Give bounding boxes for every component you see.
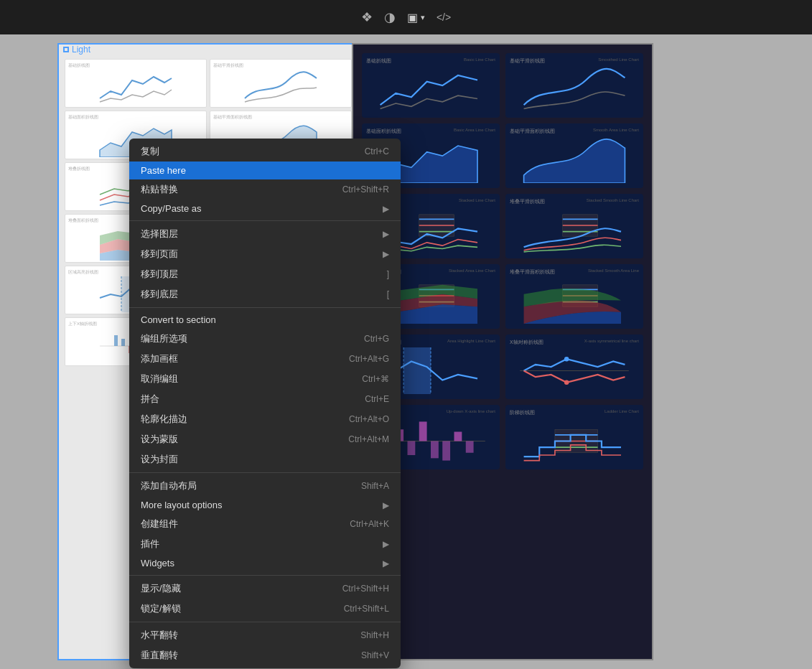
submenu-arrow: ▶ xyxy=(383,249,389,259)
menu-item-set-cover[interactable]: 设为封面 xyxy=(129,449,401,469)
menu-item-label: 锁定/解锁 xyxy=(141,602,181,615)
svg-point-23 xyxy=(564,380,569,385)
svg-rect-28 xyxy=(419,421,427,441)
menu-item-shortcut: Ctrl+Alt+O xyxy=(349,414,389,424)
menu-item-convert-section[interactable]: Convert to section xyxy=(129,311,401,329)
menu-item-label: 添加画框 xyxy=(141,352,178,365)
menu-item-shortcut: Ctrl+C xyxy=(365,146,389,156)
menu-item-label: 插件 xyxy=(141,538,159,551)
menu-item-label: Widgets xyxy=(141,558,174,569)
menu-item-label: 粘贴替换 xyxy=(141,183,178,196)
svg-rect-27 xyxy=(408,441,416,456)
menu-item-copy-paste-as[interactable]: Copy/Paste as ▶ xyxy=(129,200,401,217)
menu-item-label: 添加自动布局 xyxy=(141,479,197,492)
menu-item-shortcut: [ xyxy=(387,289,389,299)
menu-item-set-master[interactable]: 设为蒙版 Ctrl+Alt+M xyxy=(129,429,401,449)
menu-item-paste-here[interactable]: Paste here xyxy=(129,162,401,179)
menu-item-label: 设为蒙版 xyxy=(141,433,178,446)
light-label-container: Light xyxy=(63,45,90,55)
menu-item-label: 移到页面 xyxy=(141,248,178,261)
dark-chart-stacked-smooth-area: 堆叠平滑面积折线图 Stacked Smooth Area Line xyxy=(505,264,643,329)
menu-item-add-frame[interactable]: 添加画框 Ctrl+Alt+G xyxy=(129,349,401,369)
submenu-arrow: ▶ xyxy=(383,500,389,510)
toolbar: ❖ ◑ ▣ ▾ </> xyxy=(0,0,812,34)
menu-item-show-hide[interactable]: 显示/隐藏 Ctrl+Shift+H xyxy=(129,579,401,599)
menu-item-shortcut: Ctrl+E xyxy=(365,394,389,404)
menu-item-label: 复制 xyxy=(141,145,159,158)
menu-item-shortcut: Ctrl+Alt+M xyxy=(348,434,389,444)
menu-item-shortcut: Ctrl+Shift+H xyxy=(342,584,389,594)
menu-item-shortcut: Ctrl+Shift+L xyxy=(344,604,389,614)
menu-item-move-to-page[interactable]: 移到页面 ▶ xyxy=(129,244,401,264)
contrast-icon[interactable]: ◑ xyxy=(384,9,396,25)
divider-3 xyxy=(129,472,401,473)
divider-1 xyxy=(129,220,401,221)
divider-2 xyxy=(129,307,401,308)
dark-chart-basic-line: 基础折线图 Basic Line Chart xyxy=(362,53,500,118)
dark-chart-smooth-line: 基础平滑折线图 Smoothed Line Chart xyxy=(505,53,643,118)
menu-item-flatten[interactable]: 拼合 Ctrl+E xyxy=(129,389,401,409)
menu-item-label: 创建组件 xyxy=(141,518,178,530)
menu-item-label: 水平翻转 xyxy=(141,629,178,642)
light-label: Light xyxy=(72,45,90,55)
menu-item-label: More layout options xyxy=(141,500,222,510)
menu-item-lock-unlock[interactable]: 锁定/解锁 Ctrl+Shift+L xyxy=(129,599,401,619)
svg-rect-20 xyxy=(403,347,431,394)
grid-icon[interactable]: ❖ xyxy=(361,9,373,25)
menu-item-label: 垂直翻转 xyxy=(141,649,178,662)
menu-item-label: Convert to section xyxy=(141,314,216,325)
menu-item-flip-v[interactable]: 垂直翻转 Shift+V xyxy=(129,645,401,665)
menu-item-copy[interactable]: 复制 Ctrl+C xyxy=(129,141,401,162)
menu-item-label: 拼合 xyxy=(141,393,159,406)
menu-item-shortcut: Ctrl+Shift+R xyxy=(342,184,389,195)
menu-item-outline-stroke[interactable]: 轮廓化描边 Ctrl+Alt+O xyxy=(129,409,401,429)
menu-item-label: 设为封面 xyxy=(141,453,178,466)
dark-chart-smooth-area: 基础平滑面积折线图 Smooth Area Line Chart xyxy=(505,123,643,188)
canvas-area: Light 基础折线图 基础平滑折线图 xyxy=(0,34,812,669)
menu-item-flip-h[interactable]: 水平翻转 Shift+H xyxy=(129,625,401,645)
menu-item-shortcut: ] xyxy=(387,269,389,279)
menu-item-paste-replace[interactable]: 粘贴替换 Ctrl+Shift+R xyxy=(129,179,401,200)
frame-selector[interactable]: ▣ ▾ xyxy=(407,11,425,24)
svg-rect-32 xyxy=(466,441,474,453)
menu-item-more-layout[interactable]: More layout options ▶ xyxy=(129,496,401,514)
menu-item-shortcut: Shift+V xyxy=(361,650,389,660)
menu-item-shortcut: Shift+H xyxy=(360,630,389,640)
menu-item-label: 轮廓化描边 xyxy=(141,413,187,426)
menu-item-label: 编组所选项 xyxy=(141,332,187,345)
dark-chart-stacked-smooth: 堆叠平滑折线图 Stacked Smooth Line Chart xyxy=(505,194,643,258)
menu-item-label: 选择图层 xyxy=(141,228,178,240)
menu-item-move-to-top[interactable]: 移到顶层 ] xyxy=(129,264,401,284)
menu-item-shortcut: Ctrl+G xyxy=(364,334,389,344)
menu-item-group-selection[interactable]: 编组所选项 Ctrl+G xyxy=(129,329,401,349)
menu-item-create-component[interactable]: 创建组件 Ctrl+Alt+K xyxy=(129,514,401,534)
light-chart-thumb: 基础折线图 xyxy=(65,59,207,108)
menu-item-shortcut: Ctrl+Alt+G xyxy=(349,354,389,364)
menu-item-widgets[interactable]: Widgets ▶ xyxy=(129,554,401,572)
menu-item-label: 取消编组 xyxy=(141,373,178,385)
menu-item-select-layer[interactable]: 选择图层 ▶ xyxy=(129,224,401,244)
menu-item-label: 移到顶层 xyxy=(141,268,178,281)
submenu-arrow: ▶ xyxy=(383,204,389,214)
svg-rect-31 xyxy=(454,432,462,441)
divider-4 xyxy=(129,575,401,576)
submenu-arrow: ▶ xyxy=(383,229,389,239)
menu-item-shortcut: Shift+A xyxy=(361,481,389,491)
dark-chart-symmetric: X轴对称折线图 X-axis symmetrical line chart xyxy=(505,334,643,399)
menu-item-add-auto-layout[interactable]: 添加自动布局 Shift+A xyxy=(129,476,401,496)
menu-item-label: Paste here xyxy=(141,165,186,176)
menu-item-move-to-bottom[interactable]: 移到底层 [ xyxy=(129,284,401,304)
divider-5 xyxy=(129,622,401,622)
svg-point-22 xyxy=(564,357,569,362)
menu-item-label: 显示/隐藏 xyxy=(141,582,181,595)
svg-rect-30 xyxy=(442,441,450,461)
dark-chart-ladder: 阶梯折线图 Ladder Line Chart xyxy=(505,405,643,469)
menu-item-ungroup[interactable]: 取消编组 Ctrl+⌘ xyxy=(129,369,401,389)
menu-item-plugins[interactable]: 插件 ▶ xyxy=(129,534,401,554)
context-menu: 复制 Ctrl+C Paste here 粘贴替换 Ctrl+Shift+R C… xyxy=(129,139,401,668)
menu-item-label: Copy/Paste as xyxy=(141,203,202,214)
menu-item-shortcut: Ctrl+⌘ xyxy=(362,374,389,384)
light-indicator xyxy=(63,47,69,52)
code-icon[interactable]: </> xyxy=(437,11,451,23)
light-chart-thumb: 基础平滑折线图 xyxy=(210,59,352,108)
